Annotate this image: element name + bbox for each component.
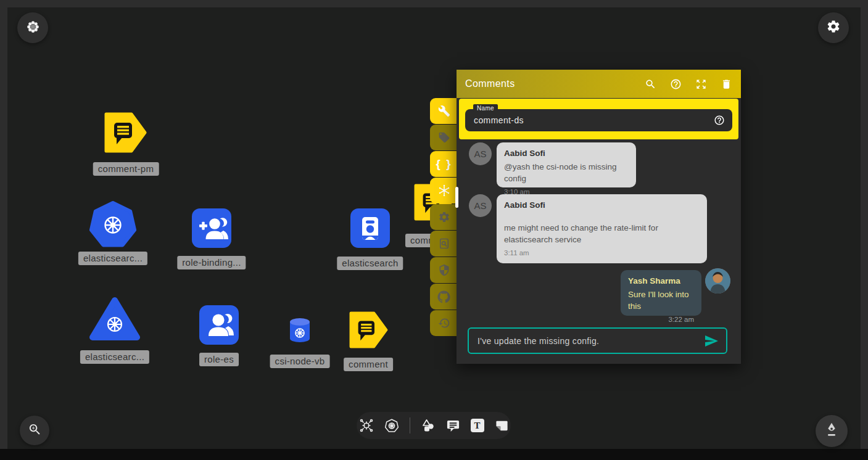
kubernetes-icon[interactable] (384, 418, 399, 433)
zoom-button[interactable] (20, 416, 49, 445)
gear-tool-button[interactable] (430, 204, 458, 230)
message-text: Sure I'll look into this (628, 289, 694, 312)
history-icon (438, 317, 450, 329)
panel-title: Comments (465, 78, 515, 89)
name-field-section: Name (459, 99, 738, 139)
note-icon[interactable] (495, 419, 509, 433)
avatar-initials: AS (474, 149, 486, 159)
node-role-binding[interactable] (192, 208, 231, 250)
message-author: Yash Sharma (628, 276, 694, 285)
chat-message: Aabid Sofi me might need to change the r… (497, 194, 707, 263)
message-text: @yash the csi-node is missing config (504, 161, 629, 184)
node-label: comment-pm (93, 162, 159, 176)
node-label: role-es (199, 353, 239, 366)
gear-icon (826, 19, 841, 36)
node-csi-node-vb[interactable] (289, 318, 311, 346)
help-icon[interactable] (670, 78, 682, 90)
node-label: elasticsearc... (78, 252, 147, 265)
app-frame: comment-pm elasticsearc... role-binding.… (0, 0, 868, 460)
wrench-tool-button[interactable] (430, 98, 458, 124)
doc-search-icon (438, 237, 450, 250)
hub-tool-button[interactable] (430, 178, 458, 203)
history-tool-button[interactable] (430, 310, 458, 336)
comment-composer (468, 327, 727, 354)
message-time: 3:22 am (628, 316, 694, 323)
panel-scrollbar-thumb[interactable] (455, 187, 458, 208)
avatar: AS (469, 142, 492, 165)
message-time: 3:11 am (504, 249, 700, 257)
shape-toolbar: T (357, 412, 511, 439)
pen-nib-icon (824, 422, 840, 440)
comments-panel-header[interactable]: Comments (457, 70, 741, 98)
comments-panel: Comments Name AS Aabid Sofi @yash the cs… (457, 70, 741, 364)
shapes-icon[interactable] (421, 418, 436, 433)
node-comment-pm[interactable] (104, 112, 147, 155)
avatar-initials: AS (474, 200, 486, 211)
github-tool-button[interactable] (430, 284, 458, 310)
zoom-in-icon (28, 422, 42, 439)
node-comment[interactable] (349, 311, 388, 351)
flower-icon (25, 19, 41, 37)
bottom-strip (0, 449, 868, 460)
app-menu-button[interactable] (17, 12, 48, 43)
tag-icon (438, 131, 450, 144)
node-role-es[interactable] (199, 305, 239, 347)
shield-tool-button[interactable] (430, 257, 458, 283)
component-icon[interactable] (359, 418, 374, 433)
shield-icon (438, 264, 450, 276)
comment-bubble-icon[interactable] (446, 419, 460, 433)
search-icon[interactable] (645, 78, 656, 90)
name-input[interactable] (465, 115, 714, 125)
node-label: comment (344, 358, 393, 371)
settings-button[interactable] (818, 12, 849, 43)
tag-tool-button[interactable] (430, 125, 458, 150)
node-label: elasticsearc... (80, 350, 149, 364)
chat-message: Aabid Sofi @yash the csi-node is missing… (497, 142, 636, 187)
node-elasticsearch-triangle[interactable] (89, 295, 141, 345)
toolbar-divider (410, 417, 410, 433)
name-field-label: Name (473, 104, 498, 112)
braces-icon: { } (436, 157, 452, 171)
pen-tool-button[interactable] (816, 415, 848, 447)
chat-message: Yash Sharma Sure I'll look into this 3:2… (621, 270, 701, 316)
expand-icon[interactable] (695, 78, 707, 90)
doc-search-tool-button[interactable] (430, 231, 458, 257)
node-elasticsearch-serviceaccount[interactable] (350, 208, 390, 250)
node-elasticsearch-heptagon[interactable] (89, 200, 136, 250)
wrench-icon (438, 105, 450, 117)
help-icon[interactable] (714, 115, 725, 126)
node-label: csi-node-vb (270, 355, 330, 368)
yash-avatar-photo (705, 268, 730, 294)
message-text: me might need to change the rate-limit f… (504, 222, 700, 245)
node-label: elasticsearch (337, 257, 403, 270)
text-icon[interactable]: T (471, 419, 484, 432)
message-author: Aabid Sofi (504, 149, 629, 158)
node-label: role-binding... (177, 256, 246, 269)
hub-icon (437, 184, 451, 197)
braces-tool-button[interactable]: { } (430, 151, 458, 177)
comment-input[interactable] (469, 336, 704, 346)
gear-icon (438, 211, 450, 223)
github-icon (437, 290, 450, 303)
avatar: AS (469, 194, 492, 217)
delete-icon[interactable] (721, 78, 732, 90)
message-author: Aabid Sofi (504, 200, 700, 210)
dock-toolbar: { } (430, 98, 458, 337)
send-icon[interactable] (704, 334, 719, 348)
